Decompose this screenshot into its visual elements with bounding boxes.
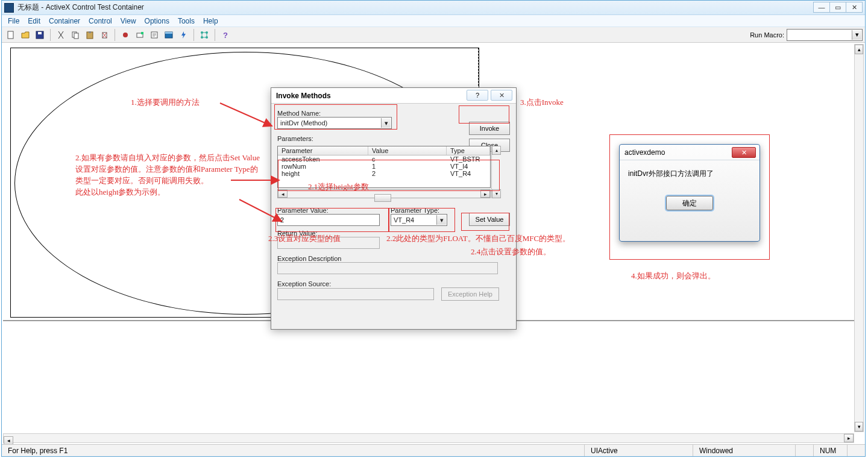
set-value-button[interactable]: Set Value xyxy=(469,213,510,226)
statusbar: For Help, press F1 UIActive Windowed NUM xyxy=(2,444,865,456)
window-title: 无标题 - ActiveX Control Test Container xyxy=(17,2,144,13)
exception-src-field xyxy=(277,288,434,300)
return-value-field xyxy=(277,237,380,249)
new-icon[interactable] xyxy=(4,28,17,42)
svg-rect-0 xyxy=(8,31,13,39)
scroll-up-icon[interactable]: ▴ xyxy=(855,45,863,54)
menu-edit[interactable]: Edit xyxy=(28,17,40,25)
param-row[interactable]: accessToken c VT_BSTR xyxy=(278,155,490,163)
scroll-left-icon[interactable]: ◂ xyxy=(4,436,13,445)
svg-point-8 xyxy=(123,33,128,37)
status-empty1 xyxy=(795,445,813,456)
svg-rect-6 xyxy=(89,31,91,33)
open-icon[interactable] xyxy=(19,28,32,42)
chevron-down-icon: ▾ xyxy=(381,118,391,128)
menubar: File Edit Container Control View Options… xyxy=(2,15,865,27)
scroll-right-icon[interactable]: ▸ xyxy=(844,434,854,442)
popup-close-button[interactable]: ✕ xyxy=(732,147,756,158)
exception-desc-label: Exception Description xyxy=(277,255,510,262)
menu-control[interactable]: Control xyxy=(89,17,112,25)
menu-tools[interactable]: Tools xyxy=(178,17,195,25)
param-row[interactable]: height 2 VT_R4 xyxy=(278,170,490,177)
stop-icon[interactable] xyxy=(133,28,146,42)
message-popup: activexdemo ✕ initDvr外部接口方法调用了 确定 xyxy=(619,144,760,242)
minimize-button[interactable]: — xyxy=(813,2,830,13)
delete-icon[interactable] xyxy=(98,28,111,42)
restore-button[interactable]: ▭ xyxy=(829,2,846,13)
scroll-up-icon[interactable]: ▴ xyxy=(492,146,501,155)
parameter-type-combo[interactable]: VT_R4 ▾ xyxy=(391,214,447,226)
copy-icon[interactable] xyxy=(69,28,82,42)
chevron-down-icon: ▾ xyxy=(852,30,861,40)
app-icon xyxy=(4,3,14,13)
save-icon[interactable] xyxy=(33,28,46,42)
popup-ok-button[interactable]: 确定 xyxy=(666,196,713,210)
method-name-value: initDvr (Method) xyxy=(280,119,327,127)
paste-icon[interactable] xyxy=(83,28,96,42)
scroll-down-icon[interactable]: ▾ xyxy=(855,422,863,431)
svg-rect-2 xyxy=(38,32,42,34)
exception-desc-field xyxy=(277,262,498,274)
invoke-methods-dialog: Invoke Methods ? ✕ Method Name: initDvr … xyxy=(271,87,517,330)
svg-rect-13 xyxy=(165,32,172,34)
scroll-left-icon[interactable]: ◂ xyxy=(278,190,288,198)
connections-icon[interactable] xyxy=(198,28,211,42)
parameter-value-label: Parameter Value: xyxy=(277,207,380,214)
scroll-thumb[interactable] xyxy=(374,194,391,202)
toolbar: ? Run Macro: ▾ xyxy=(2,27,865,43)
svg-text:?: ? xyxy=(223,31,228,40)
titlebar: 无标题 - ActiveX Control Test Container — ▭… xyxy=(2,1,865,15)
log-icon[interactable] xyxy=(148,28,161,42)
status-uiactive: UIActive xyxy=(584,445,693,456)
status-empty2 xyxy=(847,445,865,456)
lightning-icon[interactable] xyxy=(177,28,190,42)
params-scroll-h[interactable]: ◂ ▸ xyxy=(277,189,491,198)
annotation-3: 3.点击Invoke xyxy=(520,97,564,108)
dialog-help-button[interactable]: ? xyxy=(467,90,488,101)
parameter-type-label: Parameter Type: xyxy=(391,207,447,214)
cut-icon[interactable] xyxy=(54,28,68,42)
invoke-button[interactable]: Invoke xyxy=(469,122,510,135)
outer-scrollbar-v[interactable]: ▴ ▾ xyxy=(854,44,864,432)
col-type[interactable]: Type xyxy=(447,146,490,155)
svg-rect-10 xyxy=(141,32,143,34)
window-icon[interactable] xyxy=(162,28,175,42)
help-icon[interactable]: ? xyxy=(219,28,232,42)
run-macro-label: Run Macro: xyxy=(750,31,784,39)
status-help: For Help, press F1 xyxy=(2,445,74,456)
exception-src-label: Exception Source: xyxy=(277,280,510,287)
menu-options[interactable]: Options xyxy=(145,17,169,25)
popup-message: initDvr外部接口方法调用了 xyxy=(628,169,751,179)
dialog-titlebar[interactable]: Invoke Methods ? ✕ xyxy=(271,88,516,104)
svg-rect-4 xyxy=(74,33,78,39)
chevron-down-icon: ▾ xyxy=(436,215,446,225)
menu-container[interactable]: Container xyxy=(49,17,80,25)
param-row[interactable]: rowNum 1 VT_I4 xyxy=(278,163,490,170)
popup-title-text: activexdemo xyxy=(624,148,665,157)
close-window-button[interactable]: ✕ xyxy=(846,2,863,13)
record-icon[interactable] xyxy=(119,28,132,42)
params-scroll-v[interactable]: ▴ ▾ xyxy=(491,146,501,198)
dialog-close-button[interactable]: ✕ xyxy=(491,90,512,101)
scroll-right-icon[interactable]: ▸ xyxy=(480,190,490,198)
status-num: NUM xyxy=(813,445,847,456)
exception-help-button: Exception Help xyxy=(441,287,499,301)
dialog-title: Invoke Methods xyxy=(276,92,331,100)
popup-area: activexdemo ✕ initDvr外部接口方法调用了 确定 xyxy=(609,134,770,260)
scroll-down-icon[interactable]: ▾ xyxy=(492,189,501,198)
status-windowed: Windowed xyxy=(693,445,795,456)
outer-scrollbar-h[interactable]: ◂ ▸ xyxy=(3,433,854,443)
run-macro-combo[interactable]: ▾ xyxy=(787,29,863,41)
return-value-label: Return Value: xyxy=(277,230,510,237)
menu-view[interactable]: View xyxy=(121,17,136,25)
main-window: 无标题 - ActiveX Control Test Container — ▭… xyxy=(1,0,866,457)
col-value[interactable]: Value xyxy=(368,146,447,155)
menu-help[interactable]: Help xyxy=(203,17,218,25)
work-area: Invoke Methods ? ✕ Method Name: initDvr … xyxy=(2,43,865,444)
annotation-4: 4.如果成功，则会弹出。 xyxy=(631,271,715,282)
menu-file[interactable]: File xyxy=(8,17,19,25)
col-parameter[interactable]: Parameter xyxy=(278,146,368,155)
method-name-combo[interactable]: initDvr (Method) ▾ xyxy=(277,117,392,129)
parameter-value-input[interactable] xyxy=(277,214,380,226)
parameters-table[interactable]: Parameter Value Type accessToken c VT_BS… xyxy=(277,146,491,188)
